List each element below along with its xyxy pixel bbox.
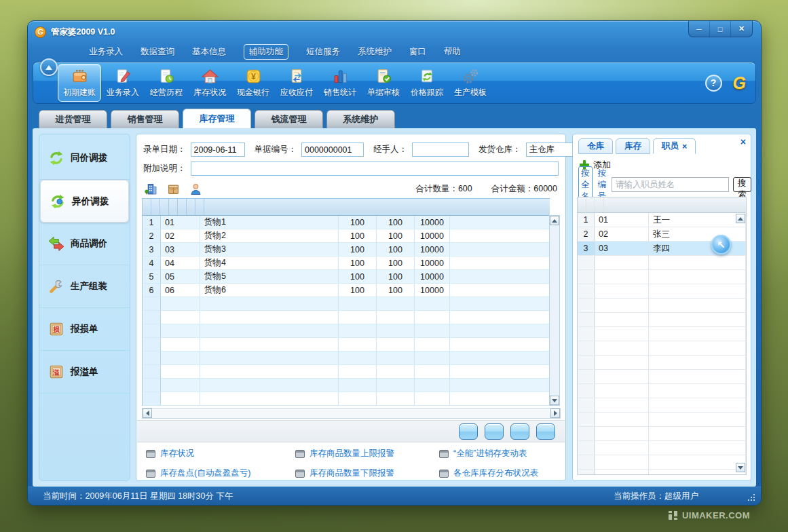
search-button[interactable]: 搜索 — [733, 177, 751, 192]
item-row[interactable]: 4 04 货物4 100 100 10000 — [143, 256, 550, 270]
menu-business-entry[interactable]: 业务录入 — [89, 46, 123, 58]
menu-window[interactable]: 窗口 — [409, 46, 426, 58]
sidebar-item-production-assembly[interactable]: 生产组装 — [39, 265, 130, 308]
building-icon[interactable] — [145, 183, 157, 195]
toolbar-item-initial-setup[interactable]: 初期建账 — [58, 64, 101, 102]
staff-row[interactable] — [578, 398, 746, 413]
staff-row[interactable] — [578, 270, 746, 284]
tab-purchase-mgmt[interactable]: 进货管理 — [39, 110, 107, 128]
staff-row[interactable] — [578, 441, 746, 455]
warehouse-input[interactable] — [526, 142, 575, 157]
staff-scroll-up-button[interactable] — [736, 214, 745, 223]
item-row[interactable]: 6 06 货物6 100 100 10000 — [143, 284, 550, 297]
panel-close-icon[interactable]: × — [740, 136, 746, 147]
toolbar-item-business-entry[interactable]: 业务录入 — [101, 64, 145, 102]
tab-cashflow-mgmt[interactable]: 钱流管理 — [255, 110, 323, 128]
staff-row[interactable] — [578, 256, 746, 270]
sidebar-item-same-price-transfer[interactable]: 同价调拨 — [39, 137, 130, 180]
toolbar-item-voucher-audit[interactable]: 单据审核 — [362, 64, 405, 102]
horizontal-scrollbar[interactable] — [142, 408, 561, 419]
close-button[interactable]: ✕ — [731, 21, 752, 37]
toolbar-item-cash-bank[interactable]: ¥ 现金银行 — [231, 64, 275, 102]
item-row[interactable] — [143, 379, 550, 392]
toolbar-item-receivable-payable[interactable]: 应收应付 — [275, 64, 318, 102]
tab-warehouse[interactable]: 仓库 — [578, 138, 613, 154]
staff-row[interactable] — [578, 427, 746, 441]
voucher-no-input[interactable] — [301, 142, 364, 157]
tab-sales-mgmt[interactable]: 销售管理 — [111, 110, 179, 128]
staff-row[interactable] — [578, 470, 746, 475]
item-row[interactable] — [143, 311, 550, 324]
staff-search-input[interactable] — [612, 177, 729, 192]
staff-code-cell: 02 — [595, 227, 649, 241]
toolbar-item-production-template[interactable]: 生产模板 — [449, 64, 492, 102]
action-button[interactable] — [485, 423, 504, 440]
action-button[interactable] — [536, 423, 555, 440]
staff-row[interactable] — [578, 341, 746, 356]
menu-system[interactable]: 系统维护 — [358, 46, 392, 58]
vertical-scrollbar[interactable] — [549, 215, 560, 406]
item-row[interactable] — [143, 324, 550, 338]
handler-input[interactable] — [412, 142, 469, 157]
item-row[interactable] — [143, 297, 550, 311]
item-row[interactable]: 3 03 货物3 100 100 10000 — [143, 243, 550, 256]
staff-row[interactable] — [578, 299, 746, 313]
staff-row[interactable] — [578, 455, 746, 470]
minimize-button[interactable]: ─ — [689, 21, 710, 37]
menu-data-query[interactable]: 数据查询 — [140, 46, 174, 58]
maximize-button[interactable]: □ — [710, 21, 731, 37]
scroll-down-button[interactable] — [550, 396, 559, 405]
tab-close-icon[interactable]: × — [682, 142, 687, 151]
menu-help[interactable]: 帮助 — [444, 46, 461, 58]
report-link[interactable]: 库存商品数量上限报警 — [295, 448, 439, 459]
resize-grip[interactable] — [747, 493, 755, 501]
menu-basic-info[interactable]: 基本信息 — [192, 46, 226, 58]
action-button[interactable] — [510, 423, 529, 440]
person-icon[interactable] — [189, 183, 202, 195]
item-row[interactable] — [143, 365, 550, 379]
menu-auxiliary[interactable]: 辅助功能 — [244, 44, 288, 60]
collapse-toolbar-button[interactable] — [40, 58, 58, 76]
staff-row[interactable] — [578, 384, 746, 398]
item-row[interactable]: 5 05 货物5 100 100 10000 — [143, 270, 550, 284]
sidebar-item-diff-price-transfer[interactable]: 异价调拨 — [40, 180, 129, 223]
toolbar-item-price-tracking[interactable]: 价格跟踪 — [405, 64, 449, 102]
report-link[interactable]: 库存盘点(自动盘盈盘亏) — [146, 468, 295, 479]
tab-inventory-mgmt[interactable]: 库存管理 — [183, 109, 251, 128]
scroll-left-button[interactable] — [143, 408, 152, 418]
item-row[interactable]: 2 02 货物2 100 100 10000 — [143, 229, 550, 243]
scroll-right-button[interactable] — [550, 408, 560, 418]
item-row[interactable] — [143, 392, 550, 406]
toolbar-item-sales-stats[interactable]: 销售统计 — [318, 64, 362, 102]
sidebar-item-overflow-report[interactable]: 溢 报溢单 — [39, 351, 130, 394]
action-button[interactable] — [459, 423, 478, 440]
staff-row[interactable]: 1 01 王一 — [578, 213, 746, 227]
item-row[interactable]: 1 01 货物1 100 100 10000 — [143, 216, 550, 229]
sidebar-item-price-adjust[interactable]: 商品调价 — [39, 223, 130, 265]
help-button[interactable]: ? — [705, 75, 722, 92]
report-link[interactable]: 各仓库库存分布状况表 — [439, 468, 560, 479]
sidebar-item-loss-report[interactable]: 损 报损单 — [39, 308, 130, 351]
staff-scroll-down-button[interactable] — [736, 463, 745, 472]
package-icon[interactable] — [167, 183, 180, 195]
toolbar-item-business-history[interactable]: 经营历程 — [145, 64, 188, 102]
entry-date-input[interactable] — [191, 142, 245, 157]
report-link[interactable]: 库存状况 — [146, 448, 295, 459]
staff-row[interactable] — [578, 327, 746, 341]
tab-staff[interactable]: 职员 × — [653, 138, 696, 154]
staff-row[interactable] — [578, 370, 746, 384]
staff-row[interactable] — [578, 284, 746, 299]
staff-row[interactable] — [578, 313, 746, 327]
scroll-up-button[interactable] — [550, 216, 559, 225]
toolbar-item-inventory-status[interactable]: 库存状况 — [188, 64, 231, 102]
report-link[interactable]: 库存商品数量下限报警 — [295, 468, 439, 479]
note-input[interactable] — [191, 162, 559, 176]
report-link[interactable]: “全能”进销存变动表 — [439, 448, 560, 459]
item-row[interactable] — [143, 338, 550, 352]
tab-system-maint[interactable]: 系统维护 — [326, 110, 395, 128]
staff-row[interactable] — [578, 413, 746, 427]
tab-stock[interactable]: 库存 — [616, 138, 650, 154]
menu-sms[interactable]: 短信服务 — [306, 46, 340, 58]
staff-row[interactable] — [578, 356, 746, 370]
item-row[interactable] — [143, 352, 550, 365]
